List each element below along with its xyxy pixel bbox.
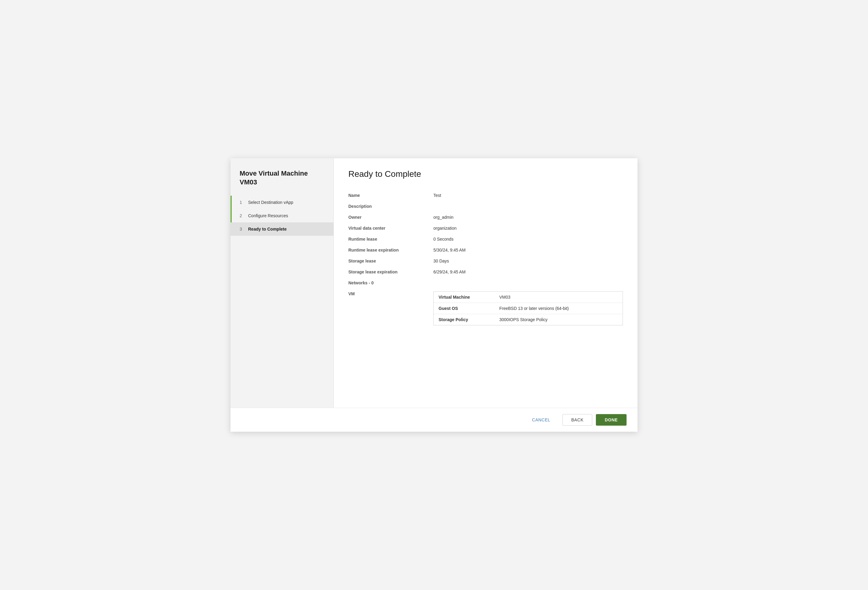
value-storage-lease-expiration: 6/29/24, 9:45 AM: [433, 269, 623, 274]
sidebar: Move Virtual Machine VM03 1 Select Desti…: [230, 158, 334, 432]
vm-label-virtual-machine: Virtual Machine: [438, 295, 499, 300]
step-3-label: Ready to Complete: [248, 227, 287, 232]
detail-row-owner: Owner org_admin: [348, 212, 623, 223]
value-name: Test: [433, 193, 623, 198]
label-storage-lease-expiration: Storage lease expiration: [348, 269, 433, 274]
page-title: Ready to Complete: [348, 169, 623, 179]
value-storage-lease: 30 Days: [433, 259, 623, 263]
detail-row-storage-lease-expiration: Storage lease expiration 6/29/24, 9:45 A…: [348, 266, 623, 277]
vm-label-storage-policy: Storage Policy: [438, 317, 499, 322]
value-owner: org_admin: [433, 215, 623, 220]
dialog-body: Move Virtual Machine VM03 1 Select Desti…: [230, 158, 638, 432]
value-vdc: organization: [433, 226, 623, 231]
done-button[interactable]: DONE: [596, 414, 627, 426]
label-storage-lease: Storage lease: [348, 259, 433, 263]
detail-row-name: Name Test: [348, 190, 623, 201]
step-2-label: Configure Resources: [248, 213, 288, 218]
vm-value-storage-policy: 3000IOPS Storage Policy: [499, 317, 548, 322]
detail-table: Name Test Description Owner org_admin Vi…: [348, 190, 623, 328]
detail-row-vm: VM Virtual Machine VM03 Guest OS FreeBSD…: [348, 288, 623, 328]
sidebar-step-2[interactable]: 2 Configure Resources: [230, 209, 334, 222]
label-vm: VM: [348, 291, 433, 296]
label-runtime-lease-expiration: Runtime lease expiration: [348, 248, 433, 253]
step-1-label: Select Destination vApp: [248, 200, 294, 205]
step-1-number: 1: [240, 200, 246, 205]
dialog: Move Virtual Machine VM03 1 Select Desti…: [230, 158, 638, 432]
vm-row-storage-policy: Storage Policy 3000IOPS Storage Policy: [434, 314, 623, 325]
label-name: Name: [348, 193, 433, 198]
detail-row-runtime-lease: Runtime lease 0 Seconds: [348, 234, 623, 245]
main-content: Ready to Complete Name Test Description …: [334, 158, 638, 432]
detail-row-storage-lease: Storage lease 30 Days: [348, 256, 623, 266]
label-owner: Owner: [348, 215, 433, 220]
label-vdc: Virtual data center: [348, 226, 433, 231]
dialog-title: Move Virtual Machine VM03: [230, 169, 334, 196]
vm-value-virtual-machine: VM03: [499, 295, 511, 300]
vm-table-container: Virtual Machine VM03 Guest OS FreeBSD 13…: [433, 291, 623, 325]
detail-row-networks: Networks - 0: [348, 277, 623, 288]
vm-table: Virtual Machine VM03 Guest OS FreeBSD 13…: [433, 291, 623, 325]
label-runtime-lease: Runtime lease: [348, 237, 433, 241]
step-3-number: 3: [240, 227, 246, 232]
sidebar-step-3[interactable]: 3 Ready to Complete: [230, 222, 334, 236]
steps-list: 1 Select Destination vApp 2 Configure Re…: [230, 196, 334, 236]
step-2-number: 2: [240, 213, 246, 218]
detail-row-description: Description: [348, 201, 623, 212]
vm-value-guest-os: FreeBSD 13 or later versions (64-bit): [499, 306, 569, 311]
sidebar-step-1[interactable]: 1 Select Destination vApp: [230, 196, 334, 209]
vm-row-virtual-machine: Virtual Machine VM03: [434, 292, 623, 303]
detail-row-runtime-lease-expiration: Runtime lease expiration 5/30/24, 9:45 A…: [348, 245, 623, 256]
dialog-footer: CANCEL BACK DONE: [230, 408, 638, 432]
value-runtime-lease: 0 Seconds: [433, 237, 623, 241]
label-description: Description: [348, 204, 433, 209]
value-runtime-lease-expiration: 5/30/24, 9:45 AM: [433, 248, 623, 253]
vm-row-guest-os: Guest OS FreeBSD 13 or later versions (6…: [434, 303, 623, 314]
cancel-button[interactable]: CANCEL: [524, 414, 559, 425]
back-button[interactable]: BACK: [562, 414, 592, 426]
label-networks: Networks - 0: [348, 280, 433, 285]
vm-label-guest-os: Guest OS: [438, 306, 499, 311]
detail-row-vdc: Virtual data center organization: [348, 223, 623, 234]
